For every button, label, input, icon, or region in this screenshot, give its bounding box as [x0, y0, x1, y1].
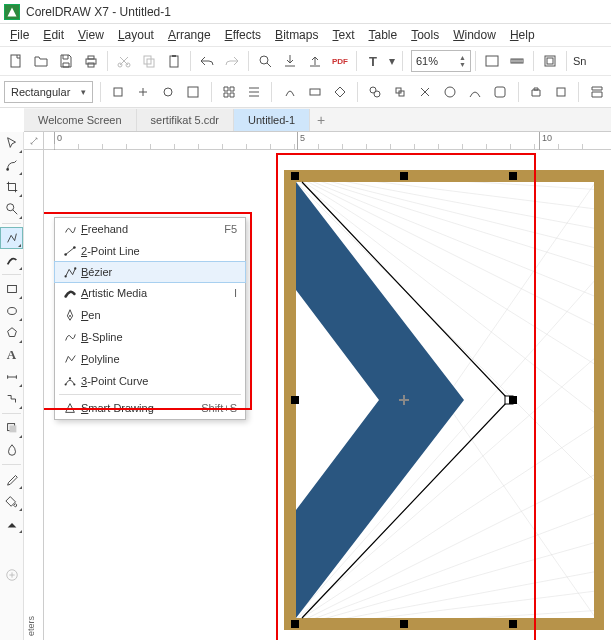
work-area: A 0510: [0, 132, 611, 640]
prop-btn-5[interactable]: [219, 80, 240, 104]
artistic-media-tool[interactable]: [0, 249, 23, 271]
flyout-item-polyline[interactable]: Polyline: [55, 348, 245, 370]
flyout-item-bezier[interactable]: Bézier: [54, 261, 246, 283]
parallel-dim-tool[interactable]: [0, 366, 23, 388]
import-button[interactable]: [278, 49, 302, 73]
open-button[interactable]: [29, 49, 53, 73]
svg-rect-0: [11, 55, 20, 67]
prop-btn-6[interactable]: [243, 80, 264, 104]
tab-sertifikat-5-cdr[interactable]: sertifikat 5.cdr: [137, 109, 234, 131]
svg-rect-14: [547, 58, 553, 64]
svg-point-59: [74, 267, 76, 269]
flyout-item-bspline[interactable]: B-Spline: [55, 326, 245, 348]
curve-tool[interactable]: [0, 227, 23, 249]
show-rulers-button[interactable]: [505, 49, 529, 73]
prop-btn-1[interactable]: [108, 80, 129, 104]
text-tool[interactable]: A: [0, 344, 23, 366]
publish-pdf-button[interactable]: PDF: [328, 49, 352, 73]
new-button[interactable]: [4, 49, 28, 73]
tab-welcome-screen[interactable]: Welcome Screen: [24, 109, 137, 131]
interactive-fill-tool[interactable]: [0, 490, 23, 512]
prop-btn-2[interactable]: [133, 80, 154, 104]
horizontal-ruler[interactable]: 0510: [44, 132, 611, 150]
crop-tool[interactable]: [0, 176, 23, 198]
menu-arrange[interactable]: Arrange: [162, 26, 217, 44]
save-button[interactable]: [54, 49, 78, 73]
menu-table[interactable]: Table: [362, 26, 403, 44]
export-button[interactable]: [303, 49, 327, 73]
quick-customize[interactable]: [0, 564, 23, 586]
prop-btn-11[interactable]: [390, 80, 411, 104]
undo-button[interactable]: [195, 49, 219, 73]
ellipse-tool[interactable]: [0, 300, 23, 322]
text-tool-dropdown[interactable]: ▾: [386, 49, 398, 73]
svg-point-62: [69, 377, 71, 379]
vertical-ruler[interactable]: [24, 150, 44, 640]
ruler-label: 10: [542, 133, 552, 143]
connector-tool[interactable]: [0, 388, 23, 410]
prop-btn-4[interactable]: [183, 80, 204, 104]
svg-rect-2: [88, 56, 94, 59]
copy-button[interactable]: [137, 49, 161, 73]
smart-fill-tool[interactable]: [0, 512, 23, 534]
menu-effects[interactable]: Effects: [219, 26, 267, 44]
menu-edit[interactable]: Edit: [37, 26, 70, 44]
crop-shape-select[interactable]: Rectangular ▾: [4, 81, 93, 103]
menu-tools[interactable]: Tools: [405, 26, 445, 44]
prop-btn-10[interactable]: [365, 80, 386, 104]
menu-bitmaps[interactable]: Bitmaps: [269, 26, 324, 44]
drawing-canvas[interactable]: FreehandF52-Point LineBézierArtistic Med…: [44, 150, 611, 640]
prop-btn-13[interactable]: [440, 80, 461, 104]
flyout-item-smart[interactable]: Smart DrawingShift+S: [55, 397, 245, 419]
property-bar: Rectangular ▾: [0, 76, 611, 108]
standard-toolbar: PDF T ▾ 61% ▲▼ Sn: [0, 46, 611, 76]
prop-btn-7[interactable]: [279, 80, 300, 104]
artistic-icon: [59, 286, 81, 300]
crop-shape-value: Rectangular: [11, 86, 70, 98]
svg-point-16: [164, 88, 172, 96]
fullscreen-button[interactable]: [480, 49, 504, 73]
prop-btn-14[interactable]: [465, 80, 486, 104]
drop-shadow-tool[interactable]: [0, 417, 23, 439]
svg-point-63: [73, 383, 75, 385]
svg-point-26: [6, 168, 9, 171]
zoom-level-input[interactable]: 61% ▲▼: [411, 50, 471, 72]
menu-layout[interactable]: Layout: [112, 26, 160, 44]
print-button[interactable]: [79, 49, 103, 73]
prop-btn-8[interactable]: [304, 80, 325, 104]
rectangle-tool[interactable]: [0, 278, 23, 300]
text-tool-button[interactable]: T: [361, 49, 385, 73]
prop-btn-18[interactable]: [586, 80, 607, 104]
paste-button[interactable]: [162, 49, 186, 73]
flyout-item-pen[interactable]: Pen: [55, 304, 245, 326]
search-button[interactable]: [253, 49, 277, 73]
prop-btn-9[interactable]: [329, 80, 350, 104]
flyout-item-2point[interactable]: 2-Point Line: [55, 240, 245, 262]
menu-help[interactable]: Help: [504, 26, 541, 44]
ruler-origin[interactable]: [24, 132, 44, 150]
tab-untitled-1[interactable]: Untitled-1: [234, 109, 310, 131]
flyout-item-artistic[interactable]: Artistic MediaI: [55, 282, 245, 304]
flyout-item-freehand[interactable]: FreehandF5: [55, 218, 245, 240]
shape-tool[interactable]: [0, 154, 23, 176]
menu-window[interactable]: Window: [447, 26, 502, 44]
menu-view[interactable]: View: [72, 26, 110, 44]
polygon-tool[interactable]: [0, 322, 23, 344]
tab-add-button[interactable]: +: [310, 109, 332, 131]
options-button[interactable]: [538, 49, 562, 73]
eyedropper-tool[interactable]: [0, 468, 23, 490]
redo-button[interactable]: [220, 49, 244, 73]
prop-btn-17[interactable]: [550, 80, 571, 104]
zoom-tool[interactable]: [0, 198, 23, 220]
prop-btn-3[interactable]: [158, 80, 179, 104]
prop-btn-15[interactable]: [490, 80, 511, 104]
menu-text[interactable]: Text: [326, 26, 360, 44]
svg-rect-11: [486, 56, 498, 66]
cut-button[interactable]: [112, 49, 136, 73]
flyout-item-3point[interactable]: 3-Point Curve: [55, 370, 245, 392]
pick-tool[interactable]: [0, 132, 23, 154]
transparency-tool[interactable]: [0, 439, 23, 461]
prop-btn-16[interactable]: [525, 80, 546, 104]
prop-btn-12[interactable]: [415, 80, 436, 104]
menu-file[interactable]: File: [4, 26, 35, 44]
